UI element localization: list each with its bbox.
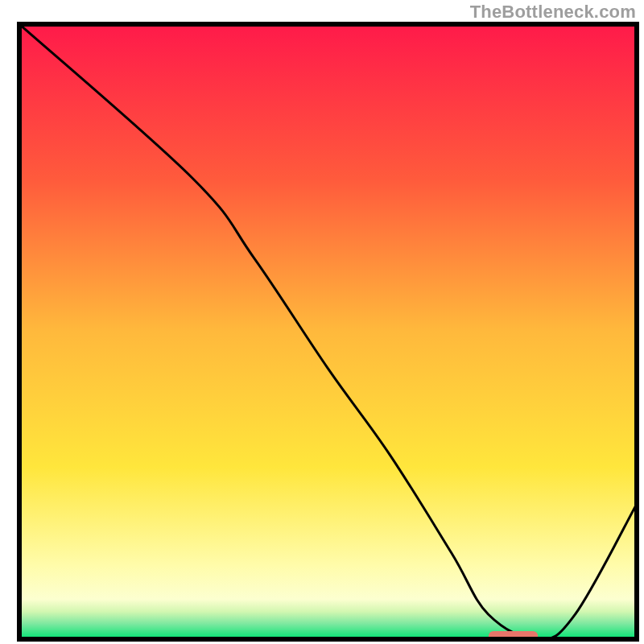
gradient-background (19, 24, 637, 639)
bottleneck-chart (0, 0, 644, 644)
